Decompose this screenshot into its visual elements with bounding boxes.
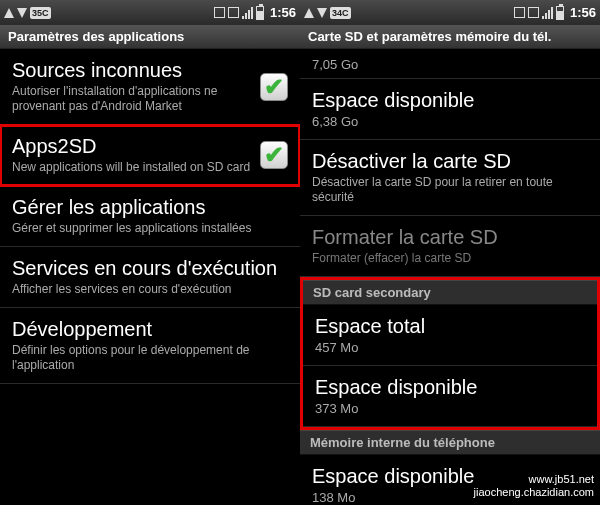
item-title: Espace disponible — [312, 465, 588, 488]
item-subtitle: Formater (effacer) la carte SD — [312, 251, 588, 266]
setting-unknown-sources[interactable]: Sources inconnues Autoriser l'installati… — [0, 49, 300, 125]
screen-title: Paramètres des applications — [0, 25, 300, 49]
item-title: Sources inconnues — [12, 59, 252, 82]
sd-secondary-total: Espace total 457 Mo — [303, 305, 597, 366]
item-title: Désactiver la carte SD — [312, 150, 588, 173]
storage-list: 7,05 Go Espace disponible 6,38 Go Désact… — [300, 49, 600, 505]
section-header: SD card secondary — [303, 280, 597, 305]
temp-badge: 35C — [30, 7, 51, 19]
signal-icon — [542, 7, 553, 19]
clock: 1:56 — [270, 5, 296, 20]
battery-icon — [556, 6, 564, 20]
check-icon: ✔ — [264, 75, 284, 99]
status-bar: 35C 1:56 — [0, 0, 300, 25]
setting-apps2sd[interactable]: Apps2SD New applications will be install… — [0, 125, 300, 186]
sd-secondary-group: SD card secondary Espace total 457 Mo Es… — [300, 277, 600, 430]
checkbox[interactable]: ✔ — [260, 141, 288, 169]
item-title: Développement — [12, 318, 288, 341]
app-icon — [228, 7, 239, 18]
right-phone: 34C 1:56 Carte SD et paramètres mémoire … — [300, 0, 600, 505]
clock: 1:56 — [570, 5, 596, 20]
storage-format-sd[interactable]: Formater la carte SD Formater (effacer) … — [300, 216, 600, 277]
item-subtitle: Autoriser l'installation d'applications … — [12, 84, 252, 114]
storage-unmount-sd[interactable]: Désactiver la carte SD Désactiver la car… — [300, 140, 600, 216]
download-icon — [317, 8, 327, 18]
setting-manage-apps[interactable]: Gérer les applications Gérer et supprime… — [0, 186, 300, 247]
setting-running-services[interactable]: Services en cours d'exécution Afficher l… — [0, 247, 300, 308]
item-value: 457 Mo — [315, 340, 585, 355]
status-bar: 34C 1:56 — [300, 0, 600, 25]
warning-icon — [4, 8, 14, 18]
screen-title: Carte SD et paramètres mémoire du tél. — [300, 25, 600, 49]
signal-icon — [242, 7, 253, 19]
app-icon — [514, 7, 525, 18]
check-icon: ✔ — [264, 143, 284, 167]
item-value: 7,05 Go — [312, 57, 588, 72]
item-title: Espace disponible — [315, 376, 585, 399]
item-title: Apps2SD — [12, 135, 252, 158]
item-subtitle: New applications will be installed on SD… — [12, 160, 252, 175]
item-title: Espace disponible — [312, 89, 588, 112]
item-subtitle: Gérer et supprimer les applications inst… — [12, 221, 288, 236]
temp-badge: 34C — [330, 7, 351, 19]
app-icon — [528, 7, 539, 18]
item-value: 138 Mo — [312, 490, 588, 505]
left-phone: 35C 1:56 Paramètres des applications Sou… — [0, 0, 300, 505]
item-subtitle: Définir les options pour le développemen… — [12, 343, 288, 373]
internal-available: Espace disponible 138 Mo — [300, 455, 600, 505]
item-subtitle: Afficher les services en cours d'exécuti… — [12, 282, 288, 297]
download-icon — [17, 8, 27, 18]
item-title: Services en cours d'exécution — [12, 257, 288, 280]
item-value: 373 Mo — [315, 401, 585, 416]
item-subtitle: Désactiver la carte SD pour la retirer e… — [312, 175, 588, 205]
battery-icon — [256, 6, 264, 20]
warning-icon — [304, 8, 314, 18]
sd-secondary-available: Espace disponible 373 Mo — [303, 366, 597, 427]
item-title: Formater la carte SD — [312, 226, 588, 249]
setting-development[interactable]: Développement Définir les options pour l… — [0, 308, 300, 384]
item-value: 6,38 Go — [312, 114, 588, 129]
item-title: Gérer les applications — [12, 196, 288, 219]
item-title: Espace total — [315, 315, 585, 338]
storage-available: Espace disponible 6,38 Go — [300, 79, 600, 140]
app-icon — [214, 7, 225, 18]
checkbox[interactable]: ✔ — [260, 73, 288, 101]
section-header: Mémoire interne du téléphone — [300, 430, 600, 455]
storage-value-row: 7,05 Go — [300, 49, 600, 79]
settings-list: Sources inconnues Autoriser l'installati… — [0, 49, 300, 505]
